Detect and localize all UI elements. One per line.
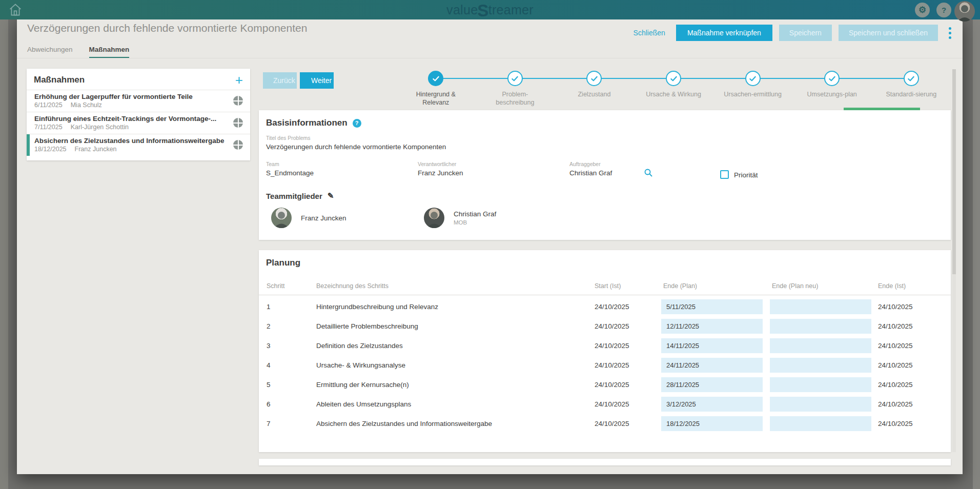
wizard-step[interactable]: Hintergrund & Relevanz bbox=[396, 71, 476, 107]
next-button[interactable]: Weiter bbox=[300, 72, 334, 89]
save-and-close-button[interactable]: Speichern und schließen bbox=[839, 25, 938, 41]
end-actual-date: 24/10/2025 bbox=[878, 381, 950, 389]
step-check-icon bbox=[428, 71, 443, 86]
step-number: 5 bbox=[267, 381, 316, 389]
back-button[interactable]: Zurück bbox=[263, 72, 297, 89]
planning-row: 6 Ableiten des Umsetzungsplans 24/10/202… bbox=[259, 394, 951, 414]
member-role: MOB bbox=[454, 219, 496, 226]
end-actual-date: 24/10/2025 bbox=[878, 303, 950, 311]
wizard-step[interactable]: Zielzustand bbox=[555, 71, 634, 107]
end-plan-input[interactable] bbox=[661, 358, 763, 373]
user-avatar[interactable] bbox=[954, 1, 975, 22]
measure-list-item[interactable]: Absichern des Zielzustandes und Informat… bbox=[27, 134, 250, 156]
step-check-icon bbox=[586, 71, 602, 86]
team-member: Franz Juncken bbox=[271, 208, 424, 228]
end-plan-input[interactable] bbox=[661, 338, 763, 353]
member-name: Christian Graf bbox=[454, 210, 496, 218]
member-avatar bbox=[424, 208, 444, 228]
tab[interactable]: Maßnahmen bbox=[89, 46, 130, 58]
member-avatar bbox=[271, 208, 292, 228]
team-value[interactable]: S_Endmontage bbox=[266, 169, 314, 177]
status-harvey-ball-icon bbox=[233, 118, 243, 128]
backdrop-right-strip bbox=[973, 19, 980, 489]
search-icon[interactable] bbox=[644, 168, 653, 177]
responsible-value[interactable]: Franz Juncken bbox=[418, 169, 463, 177]
step-label: Hintergrund & Relevanz bbox=[405, 91, 466, 107]
end-plan-new-input[interactable] bbox=[770, 319, 871, 334]
start-actual-date: 24/10/2025 bbox=[595, 381, 663, 389]
end-plan-input[interactable] bbox=[661, 319, 763, 334]
wizard-step[interactable]: Ursachen-ermittlung bbox=[713, 71, 792, 107]
measures-list: Erhöhung der Lagerpuffer für vormontiert… bbox=[27, 90, 250, 156]
step-number: 6 bbox=[267, 400, 316, 408]
help-icon[interactable]: ? bbox=[936, 3, 951, 17]
start-actual-date: 24/10/2025 bbox=[595, 361, 663, 369]
wizard-step[interactable]: Standardi-sierung bbox=[871, 71, 951, 107]
step-label: Ursache & Wirkung bbox=[646, 91, 701, 99]
step-number: 1 bbox=[267, 303, 316, 311]
end-plan-new-input[interactable] bbox=[770, 416, 871, 431]
link-measure-button[interactable]: Maßnahme verknüpfen bbox=[676, 25, 772, 41]
end-plan-input[interactable] bbox=[661, 397, 763, 412]
problem-title-label: Titel des Problems bbox=[266, 135, 446, 141]
add-measure-icon[interactable]: + bbox=[235, 75, 243, 85]
problem-title-value[interactable]: Verzögerungen durch fehlende vormontiert… bbox=[266, 143, 446, 151]
start-actual-date: 24/10/2025 bbox=[595, 400, 663, 408]
measure-list-item[interactable]: Erhöhung der Lagerpuffer für vormontiert… bbox=[27, 90, 250, 112]
status-harvey-ball-icon bbox=[233, 140, 243, 150]
content-scrollbar-thumb[interactable] bbox=[952, 69, 956, 274]
planning-table: Schritt Bezeichnung des Schritts Start (… bbox=[259, 280, 951, 433]
settings-gear-icon[interactable]: ⚙ bbox=[915, 3, 930, 17]
end-actual-date: 24/10/2025 bbox=[878, 361, 950, 369]
end-actual-date: 24/10/2025 bbox=[878, 322, 950, 330]
end-actual-date: 24/10/2025 bbox=[878, 342, 950, 350]
end-plan-new-input[interactable] bbox=[770, 397, 871, 412]
step-name: Ableiten des Umsetzungsplans bbox=[316, 400, 595, 408]
wizard-step[interactable]: Problem-beschreibung bbox=[476, 71, 555, 107]
step-name: Detaillierte Problembeschreibung bbox=[316, 322, 595, 330]
step-name: Absichern des Zielzustandes und Informat… bbox=[316, 420, 595, 427]
more-options-icon[interactable] bbox=[947, 26, 953, 40]
wizard-step[interactable]: Umsetzungs-plan bbox=[792, 71, 872, 107]
end-plan-new-input[interactable] bbox=[770, 358, 871, 373]
tab[interactable]: Abweichungen bbox=[27, 46, 73, 58]
measure-title: Absichern des Zielzustandes und Informat… bbox=[34, 137, 224, 145]
start-actual-date: 24/10/2025 bbox=[595, 420, 663, 427]
end-actual-date: 24/10/2025 bbox=[878, 400, 950, 408]
planning-title: Planung bbox=[266, 258, 300, 268]
end-plan-new-input[interactable] bbox=[770, 338, 871, 353]
member-name: Franz Juncken bbox=[301, 214, 346, 222]
edit-pencil-icon[interactable]: ✎ bbox=[328, 191, 334, 200]
step-number: 4 bbox=[267, 361, 316, 369]
modal-header-actions: Schließen Maßnahme verknüpfen Speichern … bbox=[634, 25, 953, 41]
modal-tabs: Abweichungen Maßnahmen bbox=[27, 46, 129, 58]
start-actual-date: 24/10/2025 bbox=[595, 322, 663, 330]
end-plan-input[interactable] bbox=[661, 299, 763, 314]
close-link[interactable]: Schließen bbox=[634, 29, 665, 37]
step-check-icon bbox=[904, 71, 919, 86]
team-members-list: Franz Juncken Christian Graf MOB bbox=[271, 208, 577, 228]
planning-row: 7 Absichern des Zielzustandes und Inform… bbox=[259, 414, 951, 433]
planning-row: 1 Hintergrundbeschreibung und Relevanz 2… bbox=[259, 297, 951, 316]
planning-row: 5 Ermittlung der Kernursache(n) 24/10/20… bbox=[259, 375, 951, 394]
step-check-icon bbox=[507, 71, 523, 86]
measures-list-panel: Maßnahmen + Erhöhung der Lagerpuffer für… bbox=[27, 69, 250, 160]
content-scrollbar-track[interactable] bbox=[952, 69, 956, 452]
save-button[interactable]: Speichern bbox=[779, 25, 832, 41]
priority-label: Priorität bbox=[734, 171, 758, 179]
step-check-icon bbox=[824, 71, 840, 86]
tabs-divider bbox=[17, 58, 963, 58]
wizard-step[interactable]: Ursache & Wirkung bbox=[634, 71, 713, 107]
end-plan-new-input[interactable] bbox=[770, 377, 871, 392]
client-value[interactable]: Christian Graf bbox=[569, 169, 612, 177]
end-plan-input[interactable] bbox=[661, 377, 763, 392]
end-plan-input[interactable] bbox=[661, 416, 763, 431]
planning-rows: 1 Hintergrundbeschreibung und Relevanz 2… bbox=[259, 297, 951, 433]
priority-checkbox[interactable] bbox=[720, 170, 729, 179]
basic-info-help-icon[interactable]: ? bbox=[353, 119, 361, 128]
end-plan-new-input[interactable] bbox=[770, 299, 871, 314]
measure-list-item[interactable]: Einführung eines Echtzeit-Trackings der … bbox=[27, 112, 250, 134]
measure-detail-modal: Verzögerungen durch fehlende vormontiert… bbox=[17, 17, 963, 474]
planning-card: Planung Schritt Bezeichnung des Schritts… bbox=[259, 250, 951, 452]
modal-title: Verzögerungen durch fehlende vormontiert… bbox=[27, 22, 307, 34]
